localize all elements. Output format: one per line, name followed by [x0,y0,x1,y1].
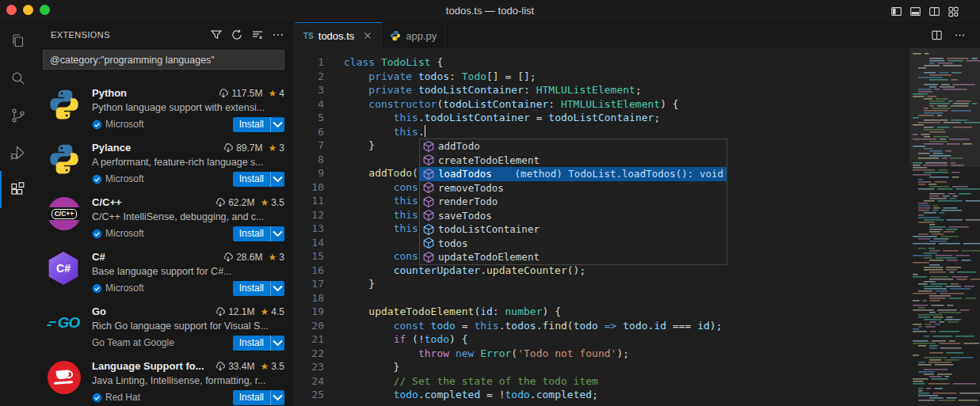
suggest-item-label: removeTodos [438,182,504,194]
verified-publisher-icon [92,393,102,403]
tab-todos.ts[interactable]: TStodos.ts [296,22,382,48]
suggest-item-todoListContainer[interactable]: todoListContainer [420,222,726,237]
install-dropdown-button[interactable] [270,117,284,132]
extension-publisher: Microsoft [92,283,144,294]
layout-split-editor-icon[interactable] [929,6,940,17]
install-button[interactable]: Install [233,172,284,187]
extension-row[interactable]: Python117.5M★4Python language support wi… [35,77,294,131]
symbol-method-icon [422,209,435,222]
extension-row[interactable]: C#C#28.6M★3Base language support for C#.… [35,241,294,295]
more-actions-icon[interactable] [272,28,284,41]
install-dropdown-button[interactable] [270,226,284,241]
symbol-method-icon [422,140,435,153]
line-number: 1 [296,55,324,70]
tab-app.py[interactable]: app.py [382,22,445,48]
extension-publisher: Go Team at Google [92,337,174,348]
suggest-item-addTodo[interactable]: addTodo [420,139,726,154]
activity-bar-item-extensions[interactable] [0,171,35,208]
extensions-search [43,50,284,70]
install-button[interactable]: Install [233,117,284,132]
code-line-text: const [324,249,425,264]
verified-publisher-icon [92,120,102,130]
line-number: 8 [296,153,324,167]
code-line-text: addTodo(t [324,166,425,180]
suggest-item-createTodoElement[interactable]: createTodoElement [420,154,726,168]
install-dropdown-button[interactable] [270,172,284,187]
customize-layout-icon[interactable] [948,6,959,17]
line-number: 10 [296,180,324,195]
cpp-logo-icon: C/C++ [48,197,81,230]
star-icon: ★ [269,142,277,154]
symbol-method-icon [422,181,435,194]
zoom-window-button[interactable] [40,5,50,15]
line-number: 15 [296,249,324,264]
suggest-item-label: addTodo [438,140,480,152]
suggest-item-label: createTodoElement [438,154,540,166]
minimize-window-button[interactable] [23,5,33,15]
extension-row[interactable]: GOGo12.1M★4.5Rich Go language support fo… [35,295,294,350]
activity-bar-item-source-control[interactable] [0,97,35,134]
line-number: 23 [296,360,324,374]
suggest-item-updateTodoElement[interactable]: updateTodoElement [420,250,726,264]
editor-actions [931,22,980,48]
suggest-item-loadTodos[interactable]: loadTodos(method) TodoList.loadTodos(): … [420,167,726,181]
code-line-text: private todos: Todo[] = []; [324,70,536,84]
suggest-item-label: todos [438,237,468,249]
rating-value: 3.5 [271,361,284,372]
extension-row[interactable]: C/C++C/C++62.2M★3.5C/C++ IntelliSense, d… [35,186,294,241]
code-line-text: this. [324,208,425,222]
window-title: todos.ts — todo-list [0,0,980,22]
activity-bar-item-explorer[interactable] [0,22,35,59]
install-dropdown-button[interactable] [270,336,284,351]
vscode-window: todos.ts — todo-list EXTENSIONS Python11… [0,0,980,406]
code-line-text [324,153,344,167]
install-button-label: Install [233,226,270,241]
line-number: 12 [296,208,324,222]
close-window-button[interactable] [6,5,17,15]
extension-meta: 62.2M★3.5 [215,197,284,208]
rating-value: 3 [279,142,284,154]
suggest-item-todos[interactable]: todos [420,237,726,251]
more-actions-icon[interactable] [954,29,966,41]
sidebar-title: EXTENSIONS [51,30,210,40]
minimap[interactable] [909,48,980,406]
download-count-icon [218,88,229,99]
suggest-item-saveTodos[interactable]: saveTodos [420,209,726,223]
refresh-icon[interactable] [231,28,243,41]
install-button[interactable]: Install [233,226,284,241]
activity-bar-item-search[interactable] [0,59,35,97]
install-button[interactable]: Install [233,390,284,405]
code-line: 19 updateTodoElement(id: number) { [296,305,909,319]
extensions-search-input[interactable] [43,50,284,70]
rating-value: 4 [279,88,284,99]
install-button[interactable]: Install [233,336,284,351]
download-count: 33.4M [228,361,254,372]
suggest-item-removeTodos[interactable]: removeTodos [420,181,726,195]
close-tab-icon[interactable] [362,30,373,41]
clear-search-icon[interactable] [251,28,264,41]
download-count-icon [215,306,226,317]
code-line-text: class TodoList { [324,55,443,70]
filter-icon[interactable] [210,28,223,41]
extension-row[interactable]: Pylance89.7M★3A performant, feature-rich… [35,131,294,186]
extension-name: Go [92,305,106,317]
layout-sidebar-left-icon[interactable] [890,6,902,17]
install-dropdown-button[interactable] [270,390,284,405]
code-line-text: constructor(todoListContainer: HTMLUList… [324,97,679,112]
line-number: 19 [296,305,324,319]
activity-bar-item-run-debug[interactable] [0,134,35,171]
install-button[interactable]: Install [233,281,284,296]
verified-publisher-icon [92,174,102,184]
suggest-item-renderTodo[interactable]: renderTodo [420,195,726,209]
code-line: 25 todo.completed = !todo.completed; [296,388,909,402]
install-dropdown-button[interactable] [270,281,284,296]
code-line: 24 // Set the state of the todo item [296,374,909,389]
download-count-icon [215,361,226,372]
symbol-field-icon [422,237,435,249]
line-number: 18 [296,291,324,305]
extension-row[interactable]: Language Support fo...33.4M★3.5Java Lint… [35,350,294,404]
layout-panel-icon[interactable] [909,6,921,17]
split-editor-icon[interactable] [931,29,943,41]
symbol-method-icon [422,154,435,166]
suggest-widget: addTodocreateTodoElementloadTodos(method… [419,138,727,265]
